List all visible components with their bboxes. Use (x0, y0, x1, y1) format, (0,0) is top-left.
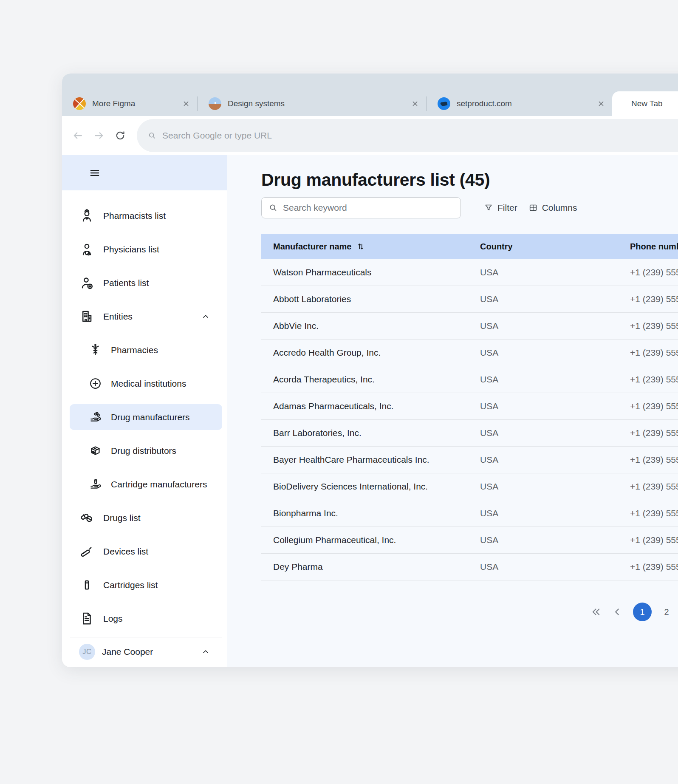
close-tab-icon[interactable] (411, 99, 419, 108)
filter-funnel-icon (484, 203, 493, 212)
app-area: Pharmacists list Physicians list Patient… (62, 155, 678, 667)
document-icon (79, 611, 95, 626)
url-input[interactable] (162, 130, 678, 141)
sidebar-item-entities[interactable]: Entities (62, 300, 227, 333)
sidebar-item-logs[interactable]: Logs (62, 602, 227, 635)
sort-icon[interactable] (356, 242, 365, 251)
sidebar-user-section: JC Jane Cooper (62, 637, 227, 667)
sidebar-item-physicians-list[interactable]: Physicians list (62, 232, 227, 266)
table-row[interactable]: Collegium Pharmaceutical, Inc. USA +1 (2… (261, 527, 678, 554)
close-tab-icon[interactable] (597, 99, 605, 108)
controls-row: Filter Columns (261, 197, 678, 218)
page-title: Drug manufacturers list (45) (261, 168, 678, 191)
sidebar-item-drugs-list[interactable]: Drugs list (62, 501, 227, 535)
user-menu[interactable]: JC Jane Cooper (62, 637, 227, 666)
browser-window: More Figma Design systems setproduct.com… (62, 74, 678, 667)
column-header-manufacturer-name[interactable]: Manufacturer name (273, 242, 480, 252)
previous-page-icon[interactable] (612, 606, 623, 617)
close-tab-icon[interactable] (182, 99, 190, 108)
browser-tab-more-figma[interactable]: More Figma (62, 91, 197, 116)
figma-favicon-icon (73, 97, 86, 110)
sidebar-header (62, 155, 227, 190)
sidebar-nav: Pharmacists list Physicians list Patient… (62, 190, 227, 635)
user-name: Jane Cooper (102, 647, 153, 657)
table-row[interactable]: Accredo Health Group, Inc. USA +1 (239) … (261, 340, 678, 366)
browser-tab-new-tab[interactable]: New Tab (612, 91, 678, 116)
tab-label: More Figma (92, 99, 135, 108)
table-row[interactable]: Bionpharma Inc. USA +1 (239) 555-0 (261, 500, 678, 527)
columns-grid-icon (528, 203, 538, 212)
table-header-row: Manufacturer name Country Phone number (261, 234, 678, 259)
sidebar-item-patients-list[interactable]: Patients list (62, 266, 227, 300)
pharmacist-icon (79, 208, 95, 224)
table-row[interactable]: Dey Pharma USA +1 (239) 555-0 (261, 554, 678, 580)
table-row[interactable]: Acorda Therapeutics, Inc. USA +1 (239) 5… (261, 366, 678, 393)
table-row[interactable]: AbbVie Inc. USA +1 (239) 555-0 (261, 313, 678, 340)
hand-cartridge-icon (88, 477, 102, 491)
sidebar-item-medical-institutions[interactable]: Medical institutions (62, 367, 227, 400)
tab-label: Design systems (228, 99, 285, 108)
sidebar-item-cartridges-list[interactable]: Cartridges list (62, 568, 227, 602)
table-row[interactable]: Watson Pharmaceuticals USA +1 (239) 555-… (261, 259, 678, 286)
search-icon (268, 203, 278, 212)
column-header-country: Country (480, 242, 630, 252)
main-content: Drug manufacturers list (45) Filter (227, 155, 678, 667)
table-row[interactable]: BioDelivery Sciences International, Inc.… (261, 473, 678, 500)
package-box-icon (88, 444, 102, 458)
search-box[interactable] (261, 197, 461, 218)
hand-pills-icon (88, 410, 102, 424)
pagination: 1 2 (261, 603, 678, 621)
sidebar-item-drug-distributors[interactable]: Drug distributors (62, 434, 227, 467)
tab-label: New Tab (631, 99, 663, 108)
filter-button[interactable]: Filter (484, 203, 517, 213)
browser-tab-strip: More Figma Design systems setproduct.com… (62, 74, 678, 116)
table-row[interactable]: Bayer HealthCare Pharmaceuticals Inc. US… (261, 447, 678, 473)
sidebar-item-drug-manufacturers[interactable]: Drug manufacturers (62, 400, 227, 434)
table-row[interactable]: Adamas Pharmaceuticals, Inc. USA +1 (239… (261, 393, 678, 420)
sidebar: Pharmacists list Physicians list Patient… (62, 155, 227, 667)
sidebar-item-devices-list[interactable]: Devices list (62, 535, 227, 568)
columns-button[interactable]: Columns (528, 203, 577, 213)
patient-icon (79, 275, 95, 291)
table-row[interactable]: Abbott Laboratories USA +1 (239) 555-0 (261, 286, 678, 313)
url-bar[interactable] (137, 119, 678, 152)
search-input[interactable] (283, 203, 460, 213)
first-page-icon[interactable] (590, 606, 602, 617)
table-row[interactable]: Barr Laboratories, Inc. USA +1 (239) 555… (261, 420, 678, 447)
physician-icon (79, 241, 95, 257)
buildings-icon (79, 309, 95, 324)
column-header-phone-number: Phone number (630, 242, 678, 252)
chevron-up-icon[interactable] (201, 648, 210, 656)
browser-toolbar (62, 116, 678, 155)
pills-icon (79, 510, 95, 526)
setproduct-favicon-icon (438, 97, 450, 110)
chevron-up-icon[interactable] (201, 312, 210, 321)
manufacturers-table: Manufacturer name Country Phone number W… (261, 234, 678, 580)
tab-label: setproduct.com (457, 99, 512, 108)
medical-cross-circle-icon (88, 376, 102, 391)
caduceus-icon (88, 343, 102, 357)
landscape-favicon-icon (209, 97, 221, 110)
sidebar-item-pharmacists-list[interactable]: Pharmacists list (62, 199, 227, 232)
browser-tab-design-systems[interactable]: Design systems (198, 91, 426, 116)
pen-device-icon (79, 543, 95, 559)
reload-icon[interactable] (114, 130, 126, 142)
forward-icon[interactable] (93, 130, 105, 142)
page-button[interactable]: 2 (662, 607, 671, 617)
sidebar-item-pharmacies[interactable]: Pharmacies (62, 333, 227, 367)
cartridge-icon (79, 577, 95, 593)
back-icon[interactable] (72, 130, 84, 142)
browser-tab-setproduct[interactable]: setproduct.com (427, 91, 612, 116)
url-search-icon (148, 131, 156, 140)
avatar: JC (79, 644, 95, 660)
menu-hamburger-icon[interactable] (89, 167, 100, 178)
page-button-current[interactable]: 1 (633, 603, 652, 621)
sidebar-item-cartridge-manufacturers[interactable]: Cartridge manufacturers (62, 467, 227, 501)
